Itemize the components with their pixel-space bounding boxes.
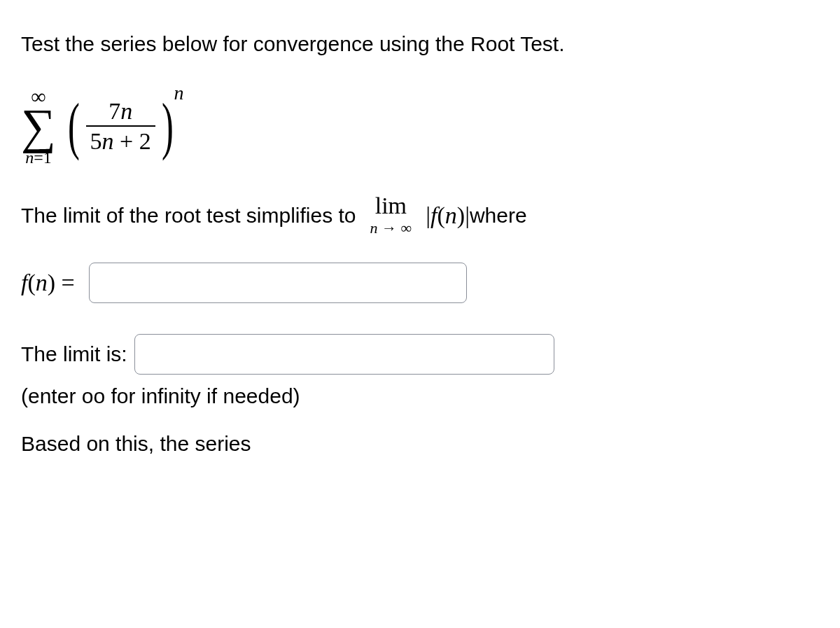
den-coef: 5: [90, 128, 102, 154]
den-plus: +: [114, 128, 139, 154]
lim-arrow: →: [378, 219, 401, 237]
fn-lp: (: [27, 270, 35, 295]
sigma-index-var: n: [25, 148, 34, 167]
right-paren: ): [162, 100, 174, 152]
sigma-lower-bound: n=1: [25, 149, 52, 166]
fn-n: n: [36, 270, 48, 295]
left-paren: (: [68, 100, 80, 152]
fn-rp: ): [48, 270, 55, 295]
sigma-symbol: ∑: [21, 107, 56, 146]
lim-text: lim: [375, 194, 407, 218]
limit-label: The limit is:: [21, 342, 127, 366]
exponent: n: [174, 82, 183, 104]
limit-input[interactable]: [134, 334, 554, 375]
fn-input[interactable]: [89, 263, 467, 303]
numerator: 7n: [104, 98, 136, 125]
limit-input-row: The limit is:: [21, 334, 819, 375]
lim-var: n: [370, 219, 378, 237]
fraction: 7n 5n + 2: [86, 98, 155, 155]
fn-input-row: f(n) =: [21, 263, 819, 303]
abs-left: |: [426, 202, 430, 228]
sigma-block: ∞ ∑ n=1: [21, 86, 56, 166]
num-var: n: [120, 98, 132, 124]
den-var: n: [102, 128, 114, 154]
abs-right: |: [465, 202, 470, 228]
num-coef: 7: [108, 98, 120, 124]
series-expression: ∞ ∑ n=1 ( 7n 5n + 2 ) n: [21, 86, 819, 166]
where-text: where: [470, 200, 527, 231]
sigma-eq: =: [34, 148, 43, 167]
conclusion-text: Based on this, the series: [21, 432, 819, 456]
lim-sub: n → ∞: [370, 221, 412, 236]
lim-inf: ∞: [401, 219, 412, 237]
infinity-hint: (enter oo for infinity if needed): [21, 384, 819, 408]
limit-operator: lim n → ∞: [370, 194, 412, 236]
den-const: 2: [139, 128, 151, 154]
question-intro: Test the series below for convergence us…: [21, 28, 819, 60]
denominator: 5n + 2: [86, 125, 155, 154]
fn-eq: =: [55, 270, 75, 295]
abs-rp: ): [457, 202, 465, 228]
abs-f-n: |f(n)|: [426, 197, 470, 233]
root-test-prefix: The limit of the root test simplifies to: [21, 200, 356, 231]
abs-lp: (: [437, 202, 444, 228]
abs-n: n: [445, 202, 457, 228]
sigma-start: 1: [43, 148, 52, 167]
fn-label: f(n) =: [21, 270, 75, 296]
root-test-sentence: The limit of the root test simplifies to…: [21, 194, 819, 236]
